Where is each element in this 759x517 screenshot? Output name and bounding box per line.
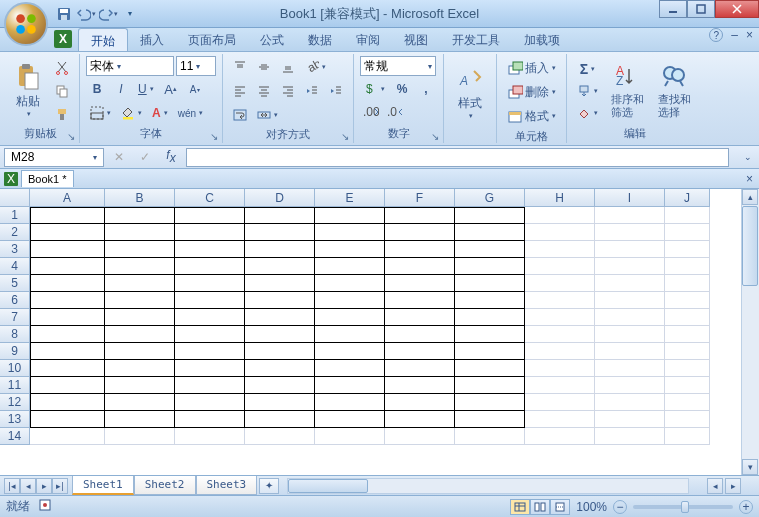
wrap-text-button[interactable]	[229, 104, 251, 126]
cell-G13[interactable]	[455, 411, 525, 428]
fill-button[interactable]: ▾	[573, 80, 602, 102]
row-header-4[interactable]: 4	[0, 258, 30, 275]
cell-J3[interactable]	[665, 241, 710, 258]
cell-F12[interactable]	[385, 394, 455, 411]
cell-C9[interactable]	[175, 343, 245, 360]
ribbon-tab-1[interactable]: 插入	[128, 28, 176, 51]
cell-F10[interactable]	[385, 360, 455, 377]
ribbon-tab-4[interactable]: 数据	[296, 28, 344, 51]
row-header-14[interactable]: 14	[0, 428, 30, 445]
copy-button[interactable]	[51, 80, 73, 102]
row-header-1[interactable]: 1	[0, 207, 30, 224]
cell-H4[interactable]	[525, 258, 595, 275]
cell-A12[interactable]	[30, 394, 105, 411]
find-select-button[interactable]: 查找和 选择	[652, 56, 696, 125]
qat-customize[interactable]: ▾	[120, 4, 140, 24]
row-header-11[interactable]: 11	[0, 377, 30, 394]
cell-J5[interactable]	[665, 275, 710, 292]
cell-E11[interactable]	[315, 377, 385, 394]
cell-H5[interactable]	[525, 275, 595, 292]
cells-area[interactable]	[30, 207, 741, 475]
cell-B12[interactable]	[105, 394, 175, 411]
shrink-font-button[interactable]: A▾	[184, 78, 206, 100]
scroll-up-button[interactable]: ▴	[742, 189, 758, 205]
cell-C2[interactable]	[175, 224, 245, 241]
sheet-tab-Sheet1[interactable]: Sheet1	[72, 476, 134, 495]
col-header-E[interactable]: E	[315, 189, 385, 207]
cell-D9[interactable]	[245, 343, 315, 360]
cell-A11[interactable]	[30, 377, 105, 394]
font-name-combo[interactable]: 宋体▾	[86, 56, 174, 76]
zoom-out-button[interactable]: −	[613, 500, 627, 514]
cell-A4[interactable]	[30, 258, 105, 275]
cell-F3[interactable]	[385, 241, 455, 258]
cell-C11[interactable]	[175, 377, 245, 394]
increase-decimal-button[interactable]: .00	[360, 102, 382, 124]
row-header-10[interactable]: 10	[0, 360, 30, 377]
sheet-nav-next[interactable]: ▸	[36, 478, 52, 494]
cell-J13[interactable]	[665, 411, 710, 428]
ribbon-tab-3[interactable]: 公式	[248, 28, 296, 51]
cell-H7[interactable]	[525, 309, 595, 326]
font-launcher[interactable]: ↘	[210, 131, 222, 143]
cell-B4[interactable]	[105, 258, 175, 275]
cell-H11[interactable]	[525, 377, 595, 394]
cell-A2[interactable]	[30, 224, 105, 241]
align-right-button[interactable]	[277, 80, 299, 102]
cell-J8[interactable]	[665, 326, 710, 343]
cell-D7[interactable]	[245, 309, 315, 326]
cell-E14[interactable]	[315, 428, 385, 445]
col-header-H[interactable]: H	[525, 189, 595, 207]
cell-E4[interactable]	[315, 258, 385, 275]
cell-G8[interactable]	[455, 326, 525, 343]
cell-B11[interactable]	[105, 377, 175, 394]
cell-I11[interactable]	[595, 377, 665, 394]
close-button[interactable]	[715, 0, 759, 18]
cell-H10[interactable]	[525, 360, 595, 377]
col-header-I[interactable]: I	[595, 189, 665, 207]
cell-H9[interactable]	[525, 343, 595, 360]
cell-A13[interactable]	[30, 411, 105, 428]
mdi-close[interactable]: ×	[746, 28, 753, 42]
insert-cells-button[interactable]: 插入▾	[503, 56, 560, 80]
merge-center-button[interactable]: ▾	[253, 104, 282, 126]
decrease-decimal-button[interactable]: .0	[384, 102, 406, 124]
row-header-9[interactable]: 9	[0, 343, 30, 360]
view-page-layout-button[interactable]	[530, 499, 550, 515]
cell-D10[interactable]	[245, 360, 315, 377]
sheet-nav-last[interactable]: ▸|	[52, 478, 68, 494]
cell-C8[interactable]	[175, 326, 245, 343]
align-launcher[interactable]: ↘	[341, 131, 353, 143]
hscroll-right[interactable]: ▸	[725, 478, 741, 494]
cell-F9[interactable]	[385, 343, 455, 360]
orientation-button[interactable]: ab▾	[301, 56, 330, 78]
cell-G4[interactable]	[455, 258, 525, 275]
cell-I12[interactable]	[595, 394, 665, 411]
cell-H12[interactable]	[525, 394, 595, 411]
cell-A7[interactable]	[30, 309, 105, 326]
increase-indent-button[interactable]	[325, 80, 347, 102]
horizontal-scrollbar[interactable]	[287, 478, 689, 494]
cell-J11[interactable]	[665, 377, 710, 394]
cell-D2[interactable]	[245, 224, 315, 241]
cell-G14[interactable]	[455, 428, 525, 445]
row-header-7[interactable]: 7	[0, 309, 30, 326]
cell-F11[interactable]	[385, 377, 455, 394]
ribbon-tab-0[interactable]: 开始	[78, 28, 128, 51]
align-middle-button[interactable]	[253, 56, 275, 78]
workbook-tab[interactable]: Book1 *	[21, 170, 74, 187]
cell-G6[interactable]	[455, 292, 525, 309]
underline-button[interactable]: U▾	[134, 78, 158, 100]
delete-cells-button[interactable]: 删除▾	[503, 80, 560, 104]
cell-F1[interactable]	[385, 207, 455, 224]
comma-button[interactable]: ,	[415, 78, 437, 100]
ribbon-tab-5[interactable]: 审阅	[344, 28, 392, 51]
cell-D8[interactable]	[245, 326, 315, 343]
save-button[interactable]	[54, 4, 74, 24]
macro-record-button[interactable]	[38, 498, 52, 515]
row-header-6[interactable]: 6	[0, 292, 30, 309]
cell-E12[interactable]	[315, 394, 385, 411]
sheet-nav-first[interactable]: |◂	[4, 478, 20, 494]
cell-A1[interactable]	[30, 207, 105, 224]
cell-A3[interactable]	[30, 241, 105, 258]
